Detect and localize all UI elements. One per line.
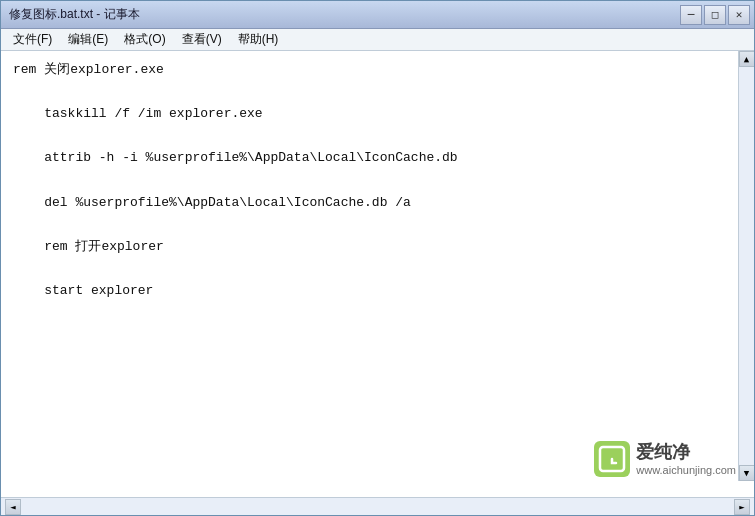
text-editor[interactable]: rem 关闭explorer.exe taskkill /f /im explo… [1, 51, 754, 497]
watermark-logo [594, 441, 630, 477]
menu-bar: 文件(F) 编辑(E) 格式(O) 查看(V) 帮助(H) [1, 29, 754, 51]
title-bar: 修复图标.bat.txt - 记事本 ─ □ ✕ [1, 1, 754, 29]
watermark-url: www.aichunjing.com [636, 464, 736, 476]
scroll-left-arrow[interactable]: ◄ [5, 499, 21, 515]
menu-view[interactable]: 查看(V) [174, 29, 230, 50]
scroll-track-horizontal[interactable] [21, 499, 734, 515]
window-title: 修复图标.bat.txt - 记事本 [9, 6, 140, 23]
minimize-button[interactable]: ─ [680, 5, 702, 25]
watermark-text-block: 爱纯净 www.aichunjing.com [636, 442, 736, 476]
menu-file[interactable]: 文件(F) [5, 29, 60, 50]
scroll-up-arrow[interactable]: ▲ [739, 51, 755, 67]
watermark-logo-icon [598, 445, 626, 473]
editor-area: rem 关闭explorer.exe taskkill /f /im explo… [1, 51, 754, 497]
window-controls: ─ □ ✕ [680, 5, 750, 25]
scroll-down-arrow[interactable]: ▼ [739, 465, 755, 481]
watermark: 爱纯净 www.aichunjing.com [594, 441, 736, 477]
watermark-brand: 爱纯净 [636, 442, 736, 464]
menu-help[interactable]: 帮助(H) [230, 29, 287, 50]
vertical-scrollbar[interactable]: ▲ ▼ [738, 51, 754, 481]
scroll-right-arrow[interactable]: ► [734, 499, 750, 515]
scroll-track-vertical[interactable] [739, 67, 754, 465]
menu-format[interactable]: 格式(O) [116, 29, 173, 50]
close-button[interactable]: ✕ [728, 5, 750, 25]
menu-edit[interactable]: 编辑(E) [60, 29, 116, 50]
notepad-window: 修复图标.bat.txt - 记事本 ─ □ ✕ 文件(F) 编辑(E) 格式(… [0, 0, 755, 516]
restore-button[interactable]: □ [704, 5, 726, 25]
horizontal-scrollbar[interactable]: ◄ ► [1, 497, 754, 515]
